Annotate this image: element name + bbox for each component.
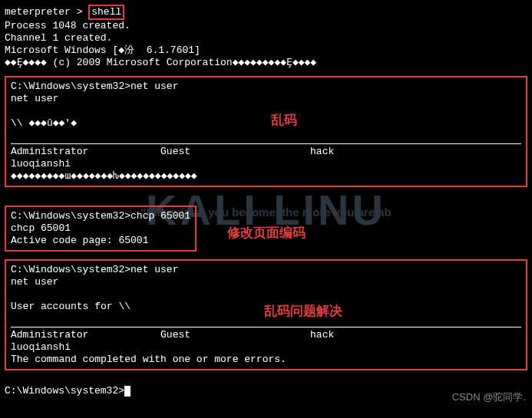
process-created-line: Process 1048 created. bbox=[5, 20, 527, 32]
annotation-fixed: 乱码问题解决 bbox=[264, 302, 342, 320]
final-prompt-line[interactable]: C:\Windows\system32> bbox=[5, 385, 527, 397]
annotation-change-encoding: 修改页面编码 bbox=[227, 224, 306, 242]
meterpreter-prompt-line: meterpreter > shell bbox=[5, 5, 527, 20]
garbled-footer: ◆◆◆◆◆◆◆◆◆ɯ◆◆◆◆◆◆◆ƕ◆◆◆◆◆◆◆◆◆◆◆◆◆ bbox=[11, 170, 521, 183]
final-prompt: C:\Windows\system32> bbox=[5, 385, 124, 397]
netuser-cmd-2: C:\Windows\system32>net user bbox=[11, 264, 521, 276]
chcp-cmd: C:\Windows\system32>chcp 65001 bbox=[11, 210, 190, 222]
user-list-1b: luoqianshi bbox=[11, 158, 521, 170]
separator-line-2 bbox=[11, 327, 521, 327]
chcp-echo: chcp 65001 bbox=[11, 222, 190, 235]
terminal-content: meterpreter > shell Process 1048 created… bbox=[5, 5, 527, 397]
annotation-garbled: 乱码 bbox=[271, 111, 297, 129]
cursor-icon bbox=[124, 386, 131, 397]
shell-command-highlight: shell bbox=[88, 5, 124, 20]
copyright-line: ◆◆Ȩ◆◆◆◆ (c) 2009 Microsoft Corporation◆◆… bbox=[5, 57, 527, 69]
garbled-hostname: \\ ◆◆◆û◆◆'◆ bbox=[11, 117, 521, 130]
separator-line bbox=[11, 143, 521, 144]
netuser-echo-1: net user bbox=[11, 93, 521, 105]
windows-version-line: Microsoft Windows [◆汾 6.1.7601] bbox=[5, 44, 527, 57]
channel-created-line: Channel 1 created. bbox=[5, 32, 527, 44]
prompt-separator: > bbox=[71, 6, 88, 18]
chcp-command-box: C:\Windows\system32>chcp 65001 chcp 6500… bbox=[5, 206, 197, 252]
user-list-2b: luoqianshi bbox=[11, 341, 521, 354]
user-list-1: Administrator Guest hack bbox=[11, 146, 521, 158]
netuser-cmd-1: C:\Windows\system32>net user bbox=[11, 81, 521, 93]
meterpreter-prompt: meterpreter bbox=[5, 6, 71, 18]
fixed-output-box: 乱码问题解决 C:\Windows\system32>net user net … bbox=[5, 259, 527, 370]
netuser-echo-2: net user bbox=[11, 276, 521, 288]
csdn-watermark: CSDN @驼同学. bbox=[452, 390, 526, 404]
chcp-result: Active code page: 65001 bbox=[11, 235, 190, 247]
user-list-2: Administrator Guest hack bbox=[11, 329, 521, 341]
command-result: The command completed with one or more e… bbox=[11, 354, 521, 366]
garbled-output-box: 乱码 C:\Windows\system32>net user net user… bbox=[5, 76, 527, 187]
